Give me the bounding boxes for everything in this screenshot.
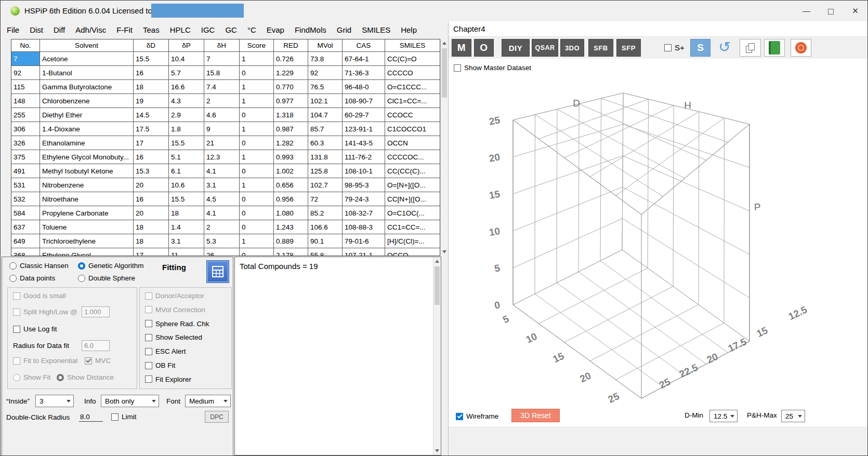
inside-dropdown[interactable]: 3 bbox=[35, 395, 74, 407]
toolbar-button-sfb[interactable]: SFB bbox=[588, 39, 613, 57]
checkbox-esc-alert[interactable]: ESC Alert bbox=[145, 347, 228, 355]
column-header-red[interactable]: RED bbox=[274, 39, 308, 52]
radius-input[interactable] bbox=[82, 340, 110, 351]
checkbox-label: OB Fit bbox=[155, 361, 175, 369]
table-row[interactable]: 532Nitroethane1615.54.500.9567279-24-3CC… bbox=[11, 192, 440, 206]
menu-item-evap[interactable]: Evap bbox=[261, 21, 290, 39]
run-fitting-button[interactable] bbox=[207, 261, 229, 283]
radio-genetic-algorithm[interactable]: Genetic Algorithm bbox=[78, 262, 144, 270]
maximize-button[interactable] bbox=[819, 1, 843, 21]
checkbox-s-plus[interactable]: S+ bbox=[664, 43, 685, 52]
menu-item-file[interactable]: File bbox=[2, 21, 24, 39]
menu-item-help[interactable]: Help bbox=[396, 21, 422, 39]
radio-data-points[interactable]: Data points bbox=[9, 274, 55, 282]
menu-item-findmols[interactable]: FindMols bbox=[290, 21, 332, 39]
toolbar-button-sfp[interactable]: SFP bbox=[616, 39, 641, 57]
book-button[interactable] bbox=[764, 39, 785, 57]
menu-item-smiles[interactable]: SMILES bbox=[357, 21, 396, 39]
s-button[interactable]: S bbox=[690, 39, 711, 57]
font-dropdown[interactable]: Medium bbox=[185, 395, 231, 407]
menu-item-teas[interactable]: Teas bbox=[138, 21, 165, 39]
table-row[interactable]: 649Trichloroethylene183.15.310.88990.179… bbox=[11, 234, 440, 248]
menu-item-grid[interactable]: Grid bbox=[332, 21, 357, 39]
checkbox-mvol-correction[interactable]: MVol Correction bbox=[145, 306, 228, 314]
scroll-down-icon[interactable] bbox=[441, 248, 448, 256]
column-header-mvol[interactable]: MVol bbox=[308, 39, 343, 52]
copy-button[interactable] bbox=[740, 39, 761, 57]
menu-item-gc[interactable]: GC bbox=[220, 21, 242, 39]
table-row[interactable]: 3061.4-Dioxane17.51.8910.98785.7123-91-1… bbox=[11, 122, 440, 136]
table-scrollbar[interactable] bbox=[440, 39, 448, 256]
ph-max-dropdown[interactable]: 25 bbox=[781, 410, 805, 422]
scroll-up-icon[interactable] bbox=[441, 39, 448, 47]
table-row[interactable]: 531Nitrobenzene2010.63.110.656102.798-95… bbox=[11, 178, 440, 192]
menu-item-igc[interactable]: IGC bbox=[196, 21, 220, 39]
checkbox-use-log-fit[interactable]: Use Log fit bbox=[13, 325, 57, 333]
checkbox-ob-fit[interactable]: OB Fit bbox=[145, 361, 228, 369]
table-row[interactable]: 368Ethylene Glycol17112602.17855.8107-21… bbox=[11, 248, 440, 256]
checkbox-fit-explorer[interactable]: Fit Explorer bbox=[145, 375, 228, 383]
info-dropdown[interactable]: Both only bbox=[101, 395, 159, 407]
table-scrollbar-thumb[interactable] bbox=[442, 48, 447, 98]
compounds-scrollbar[interactable] bbox=[433, 257, 441, 455]
menu-item-f-fit[interactable]: F-Fit bbox=[111, 21, 138, 39]
table-row[interactable]: 921-Butanol165.715.801.2299271-36-3CCCCO bbox=[11, 66, 440, 80]
column-header-cas[interactable]: CAS bbox=[343, 39, 385, 52]
toolbar-button-qsar[interactable]: QSAR bbox=[532, 39, 558, 57]
radio-show-distance[interactable]: Show Distance bbox=[57, 373, 114, 381]
column-header-p[interactable]: δP bbox=[169, 39, 204, 52]
radio-double-sphere[interactable]: Double Sphere bbox=[78, 274, 135, 282]
column-header-score[interactable]: Score bbox=[240, 39, 274, 52]
menu-item-diff[interactable]: Diff bbox=[48, 21, 70, 39]
menu-item-hplc[interactable]: HPLC bbox=[165, 21, 196, 39]
table-row[interactable]: 491Methyl Isobutyl Ketone15.36.14.101.00… bbox=[11, 164, 440, 178]
close-button[interactable]: ✕ bbox=[843, 1, 867, 21]
checkbox-split-high-low[interactable]: Split High/Low @ bbox=[13, 308, 77, 316]
table-row[interactable]: 148Chlorobenzene194.3210.977102.1108-90-… bbox=[11, 94, 440, 108]
split-value-input[interactable] bbox=[82, 306, 110, 317]
checkbox-mvc[interactable]: MVC bbox=[85, 357, 111, 365]
table-row[interactable]: 255Diethyl Ether14.52.94.601.318104.760-… bbox=[11, 108, 440, 122]
checkbox-good-is-small[interactable]: Good is small bbox=[13, 292, 66, 300]
cell: Gamma Butyrolactone bbox=[40, 80, 134, 94]
3d-reset-button[interactable]: 3D Reset bbox=[511, 409, 560, 422]
cell: 108-10-1 bbox=[343, 164, 385, 178]
column-header-h[interactable]: δH bbox=[204, 39, 240, 52]
undo-icon[interactable]: ↺ bbox=[714, 37, 735, 57]
toolbar-button-o[interactable]: O bbox=[474, 39, 494, 57]
checkbox-limit[interactable]: Limit bbox=[111, 413, 137, 421]
table-row[interactable]: 115Gamma Butyrolactone1816.67.410.77076.… bbox=[11, 80, 440, 94]
checkbox-show-master-dataset[interactable]: Show Master Dataset bbox=[454, 64, 531, 72]
compounds-scrollbar-thumb[interactable] bbox=[435, 266, 440, 305]
d-min-dropdown[interactable]: 12.5 bbox=[709, 410, 738, 422]
column-header-smiles[interactable]: SMILES bbox=[385, 39, 440, 52]
checkbox-show-selected[interactable]: Show Selected bbox=[145, 333, 228, 341]
table-row[interactable]: 584Propylene Carbonate20184.101.08085.21… bbox=[11, 206, 440, 220]
table-row[interactable]: 7Acetone15.510.4710.72673.867-64-1CC(C)=… bbox=[11, 52, 440, 66]
menu-item-dist[interactable]: Dist bbox=[24, 21, 48, 39]
table-row[interactable]: 326Ethanolamine1715.52101.28260.3141-43-… bbox=[11, 136, 440, 150]
chevron-down-icon bbox=[223, 400, 228, 405]
checkbox-donor-acceptor[interactable]: Donor/Acceptor bbox=[145, 292, 228, 300]
radio-show-fit[interactable]: Show Fit bbox=[13, 373, 51, 381]
menu-item-adh-visc[interactable]: Adh/Visc bbox=[70, 21, 111, 39]
dpc-button[interactable]: DPC bbox=[205, 411, 229, 423]
radio-classic-hansen[interactable]: Classic Hansen bbox=[9, 262, 69, 270]
column-header-no[interactable]: No. bbox=[11, 39, 40, 52]
minimize-button[interactable]: — bbox=[794, 1, 819, 21]
scroll-up-icon[interactable] bbox=[433, 257, 441, 265]
record-button[interactable] bbox=[791, 39, 811, 57]
scroll-down-icon[interactable] bbox=[433, 447, 441, 455]
column-header-d[interactable]: δD bbox=[134, 39, 169, 52]
toolbar-button-m[interactable]: M bbox=[452, 39, 471, 57]
column-header-solvent[interactable]: Solvent bbox=[40, 39, 134, 52]
menu-item-c[interactable]: °C bbox=[242, 21, 261, 39]
checkbox-sphere-rad-chk[interactable]: Sphere Rad. Chk bbox=[145, 320, 228, 328]
toolbar-button-3do[interactable]: 3DO bbox=[560, 39, 584, 57]
double-click-radius-input[interactable] bbox=[79, 412, 103, 422]
toolbar-button-diy[interactable]: DIY bbox=[502, 39, 530, 57]
checkbox-fit-to-exponential[interactable]: Fit to Exponential bbox=[13, 357, 77, 365]
table-row[interactable]: 375Ethylene Glycol Monobuty...165.112.31… bbox=[11, 150, 440, 164]
table-row[interactable]: 637Toluene181.4201.243106.6108-88-3CC1=C… bbox=[11, 220, 440, 234]
checkbox-wireframe[interactable]: Wireframe bbox=[456, 412, 498, 420]
